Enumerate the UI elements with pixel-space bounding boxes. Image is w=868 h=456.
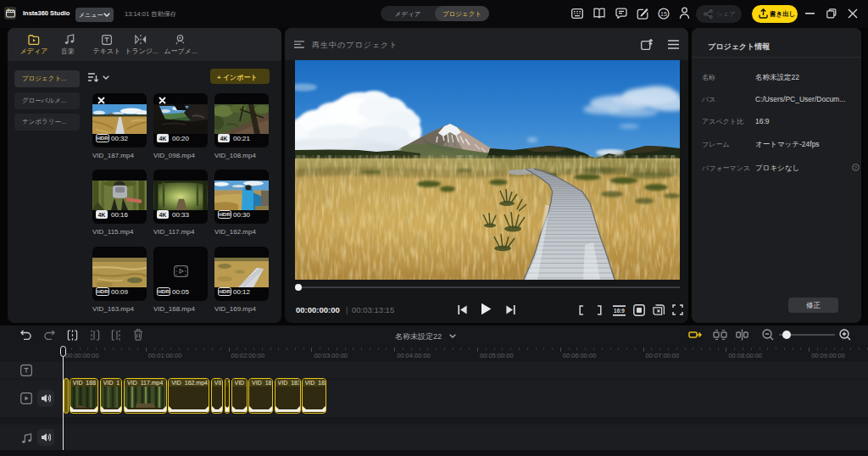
svg-text:4K: 4K: [98, 212, 106, 218]
svg-text:HDR: HDR: [220, 212, 231, 217]
svg-text:HDR: HDR: [159, 289, 170, 294]
svg-text:4K: 4K: [220, 136, 228, 142]
svg-text:16:9: 16:9: [614, 308, 625, 314]
svg-text:4K: 4K: [159, 136, 167, 142]
svg-text:HDR: HDR: [97, 136, 109, 141]
svg-text:?: ?: [854, 165, 858, 170]
svg-text:15: 15: [660, 11, 667, 17]
svg-text:4K: 4K: [159, 212, 167, 218]
svg-text:HDR: HDR: [97, 289, 109, 294]
svg-text:HDR: HDR: [220, 289, 231, 294]
